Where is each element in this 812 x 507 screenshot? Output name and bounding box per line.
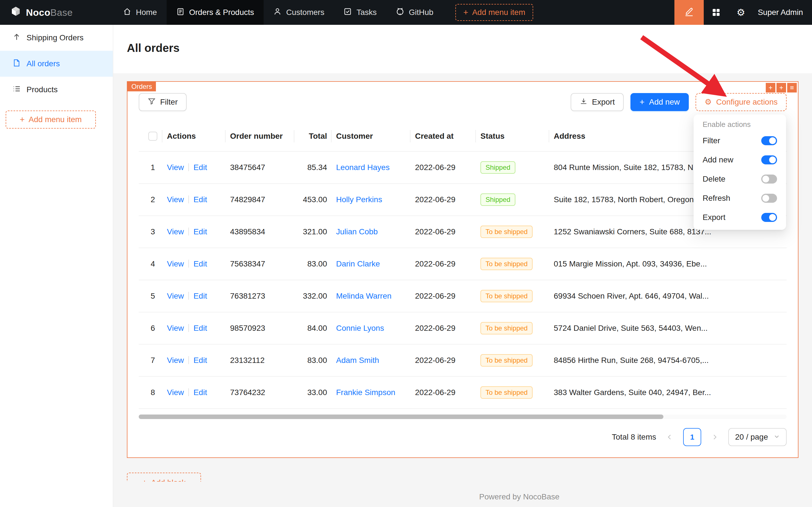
sidebar-item-products[interactable]: Products bbox=[0, 77, 113, 103]
menu-item-label: Add new bbox=[703, 155, 733, 164]
nav-item-github[interactable]: GitHub bbox=[386, 0, 443, 25]
nav-item-orders-products[interactable]: Orders & Products bbox=[167, 0, 264, 25]
toggle-switch[interactable] bbox=[761, 175, 777, 183]
customer-link[interactable]: Connie Lyons bbox=[336, 324, 384, 332]
edit-link[interactable]: Edit bbox=[193, 388, 207, 397]
add-block-icon[interactable]: + bbox=[776, 83, 786, 93]
add-block-button[interactable]: + Add block bbox=[127, 472, 201, 482]
edit-link[interactable]: Edit bbox=[193, 163, 207, 172]
view-link[interactable]: View bbox=[167, 195, 184, 204]
created-at-cell: 2022-06-29 bbox=[415, 195, 480, 204]
view-link[interactable]: View bbox=[167, 163, 184, 172]
status-badge: To be shipped bbox=[480, 290, 533, 302]
add-new-button[interactable]: + Add new bbox=[630, 93, 689, 111]
main-menu: Home Orders & Products Customers Tasks G… bbox=[113, 0, 443, 25]
menu-item[interactable]: Refresh bbox=[696, 189, 784, 208]
total-cell: 33.00 bbox=[299, 388, 336, 397]
page-1-button[interactable]: 1 bbox=[683, 428, 701, 446]
customer-link[interactable]: Melinda Warren bbox=[336, 292, 392, 300]
divider bbox=[188, 356, 189, 364]
edit-link[interactable]: Edit bbox=[193, 356, 207, 364]
table-header-row: Actions Order number Total Customer Crea… bbox=[139, 121, 787, 152]
scrollbar-thumb[interactable] bbox=[139, 414, 663, 419]
customer-link[interactable]: Leonard Hayes bbox=[336, 163, 390, 172]
nav-item-customers[interactable]: Customers bbox=[264, 0, 334, 25]
table-row: 3 ViewEdit 43895834 321.00 Julian Cobb 2… bbox=[139, 216, 787, 248]
total-cell: 83.00 bbox=[299, 356, 336, 365]
menu-item-label: Delete bbox=[703, 175, 726, 183]
menu-item-label: Export bbox=[703, 213, 726, 222]
table-row: 5 ViewEdit 76381273 332.00 Melinda Warre… bbox=[139, 280, 787, 313]
customer-link[interactable]: Frankie Simpson bbox=[336, 388, 395, 397]
logo-cube-icon bbox=[10, 6, 21, 19]
status-badge: To be shipped bbox=[480, 354, 533, 367]
customer-link[interactable]: Holly Perkins bbox=[336, 195, 382, 204]
page-size-select[interactable]: 20 / page bbox=[728, 428, 787, 446]
view-link[interactable]: View bbox=[167, 324, 184, 332]
edit-link[interactable]: Edit bbox=[193, 195, 207, 204]
customer-link[interactable]: Julian Cobb bbox=[336, 227, 378, 236]
nav-item-tasks[interactable]: Tasks bbox=[334, 0, 386, 25]
view-link[interactable]: View bbox=[167, 356, 184, 364]
row-index: 2 bbox=[151, 195, 155, 204]
plugin-manager-icon[interactable] bbox=[704, 0, 729, 25]
ui-editor-button[interactable] bbox=[675, 0, 704, 25]
toggle-switch[interactable] bbox=[761, 213, 777, 222]
created-at-cell: 2022-06-29 bbox=[415, 356, 480, 365]
settings-gear-icon[interactable]: ⚙ bbox=[729, 0, 753, 25]
row-index: 8 bbox=[151, 388, 155, 397]
table-row: 6 ViewEdit 98570923 84.00 Connie Lyons 2… bbox=[139, 313, 787, 345]
view-link[interactable]: View bbox=[167, 388, 184, 397]
github-icon bbox=[396, 7, 404, 18]
edit-link[interactable]: Edit bbox=[193, 260, 207, 268]
table-row: 2 ViewEdit 74829847 453.00 Holly Perkins… bbox=[139, 184, 787, 216]
footer: Powered by NocoBase bbox=[227, 492, 812, 501]
col-header-created-at: Created at bbox=[415, 132, 480, 141]
order-number-cell: 98570923 bbox=[230, 324, 299, 333]
configure-actions-button[interactable]: ⚙ Configure actions bbox=[696, 93, 787, 111]
app-window: NocoBase Home Orders & Products Customer… bbox=[0, 0, 812, 507]
select-all-checkbox[interactable] bbox=[148, 132, 157, 141]
edit-link[interactable]: Edit bbox=[193, 292, 207, 300]
nocobase-logo[interactable]: NocoBase bbox=[0, 0, 113, 25]
add-column-icon[interactable]: + bbox=[766, 83, 775, 93]
row-index: 1 bbox=[151, 163, 155, 172]
user-menu[interactable]: Super Admin bbox=[753, 8, 812, 17]
sidebar-add-menu-item-button[interactable]: + Add menu item bbox=[6, 111, 96, 128]
table-toolbar: Filter Export + Add new ⚙ Configure acti… bbox=[139, 93, 787, 111]
total-cell: 85.34 bbox=[299, 163, 336, 172]
toggle-switch[interactable] bbox=[761, 136, 777, 145]
sidebar: Shipping Orders All orders Products + Ad… bbox=[0, 25, 113, 507]
view-link[interactable]: View bbox=[167, 227, 184, 236]
view-link[interactable]: View bbox=[167, 292, 184, 300]
export-button[interactable]: Export bbox=[571, 93, 624, 111]
filter-button[interactable]: Filter bbox=[139, 93, 187, 111]
status-badge: To be shipped bbox=[480, 258, 533, 270]
menu-item[interactable]: Delete bbox=[696, 169, 784, 189]
sidebar-item-shipping-orders[interactable]: Shipping Orders bbox=[0, 25, 113, 51]
status-badge: To be shipped bbox=[480, 322, 533, 334]
view-link[interactable]: View bbox=[167, 260, 184, 268]
plus-icon: + bbox=[20, 115, 25, 124]
next-page-button[interactable] bbox=[706, 428, 724, 446]
prev-page-button[interactable] bbox=[660, 428, 679, 446]
menu-item[interactable]: Export bbox=[696, 208, 784, 227]
status-badge: Shipped bbox=[480, 193, 515, 206]
edit-link[interactable]: Edit bbox=[193, 227, 207, 236]
toggle-switch[interactable] bbox=[761, 155, 777, 164]
add-menu-item-button[interactable]: + Add menu item bbox=[455, 4, 533, 21]
col-header-order-number: Order number bbox=[230, 132, 299, 141]
toggle-switch[interactable] bbox=[761, 194, 777, 203]
nav-item-home[interactable]: Home bbox=[113, 0, 167, 25]
menu-item[interactable]: Add new bbox=[696, 150, 784, 169]
drag-handle-icon[interactable]: ≡ bbox=[787, 83, 797, 93]
edit-link[interactable]: Edit bbox=[193, 324, 207, 332]
sidebar-item-all-orders[interactable]: All orders bbox=[0, 51, 113, 77]
created-at-cell: 2022-06-29 bbox=[415, 324, 480, 333]
page-header: All orders bbox=[113, 25, 812, 73]
customer-link[interactable]: Adam Smith bbox=[336, 356, 379, 364]
menu-item[interactable]: Filter bbox=[696, 131, 784, 150]
col-header-status: Status bbox=[480, 132, 554, 141]
order-number-cell: 43895834 bbox=[230, 227, 299, 236]
customer-link[interactable]: Darin Clarke bbox=[336, 260, 380, 268]
